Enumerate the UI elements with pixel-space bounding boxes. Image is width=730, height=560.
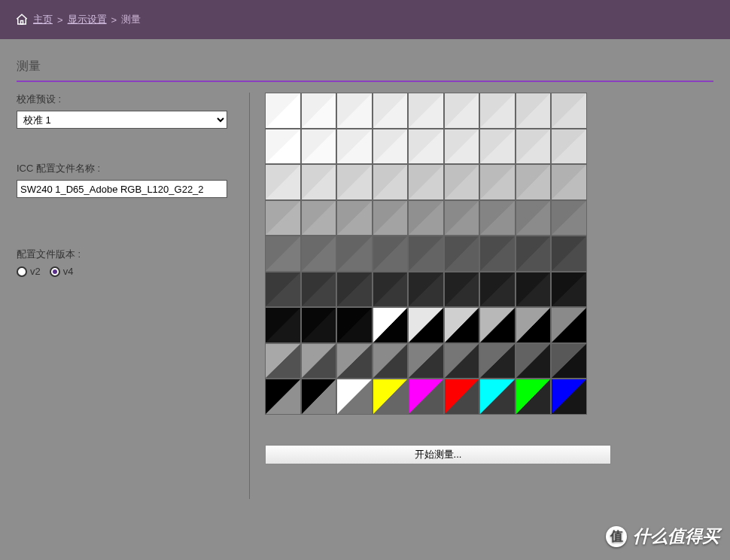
- icc-filename-input[interactable]: [17, 180, 227, 198]
- swatch-cell: [408, 129, 444, 165]
- swatch-cell: [444, 272, 480, 308]
- swatch-cell: [408, 164, 444, 200]
- swatch-cell: [265, 129, 301, 165]
- swatch-cell: [516, 236, 552, 272]
- swatch-cell: [516, 379, 552, 415]
- settings-panel: 校准预设 : 校准 1 ICC 配置文件名称 : 配置文件版本 : v2 v4: [17, 93, 250, 499]
- preview-panel: 开始测量...: [250, 93, 713, 499]
- preset-label: 校准预设 :: [17, 93, 234, 106]
- swatch-cell: [551, 379, 587, 415]
- swatch-cell: [444, 200, 480, 236]
- swatch-cell: [516, 93, 552, 129]
- swatch-cell: [444, 164, 480, 200]
- swatch-cell: [551, 93, 587, 129]
- breadcrumb-current: 测量: [121, 13, 141, 26]
- swatch-cell: [373, 343, 409, 379]
- breadcrumb-home[interactable]: 主页: [33, 13, 53, 26]
- swatch-cell: [336, 236, 373, 272]
- color-swatch-grid: [265, 93, 587, 415]
- swatch-cell: [444, 307, 480, 343]
- swatch-cell: [444, 93, 480, 129]
- swatch-cell: [444, 343, 480, 379]
- swatch-cell: [479, 307, 516, 343]
- swatch-cell: [265, 236, 301, 272]
- home-icon[interactable]: [15, 13, 29, 26]
- watermark: 值 什么值得买: [606, 525, 719, 548]
- swatch-cell: [408, 236, 444, 272]
- swatch-cell: [516, 129, 552, 165]
- swatch-cell: [516, 164, 552, 200]
- swatch-cell: [301, 200, 337, 236]
- swatch-cell: [551, 129, 587, 165]
- swatch-cell: [265, 307, 301, 343]
- swatch-cell: [336, 307, 373, 343]
- swatch-cell: [444, 379, 480, 415]
- version-radio-v4[interactable]: v4: [50, 266, 74, 277]
- preset-select[interactable]: 校准 1: [17, 111, 227, 129]
- breadcrumb-bar: 主页 > 显示设置 > 测量: [0, 0, 730, 39]
- swatch-cell: [479, 129, 516, 165]
- version-label: 配置文件版本 :: [17, 248, 234, 261]
- swatch-cell: [336, 129, 373, 165]
- swatch-cell: [265, 93, 301, 129]
- watermark-text: 什么值得买: [633, 525, 719, 548]
- swatch-cell: [373, 236, 409, 272]
- swatch-cell: [408, 379, 444, 415]
- swatch-cell: [301, 307, 337, 343]
- swatch-cell: [373, 272, 409, 308]
- swatch-cell: [551, 200, 587, 236]
- swatch-cell: [444, 236, 480, 272]
- swatch-cell: [336, 200, 373, 236]
- swatch-cell: [408, 272, 444, 308]
- swatch-cell: [336, 272, 373, 308]
- icc-label: ICC 配置文件名称 :: [17, 162, 234, 175]
- swatch-cell: [265, 200, 301, 236]
- swatch-cell: [408, 93, 444, 129]
- swatch-cell: [551, 343, 587, 379]
- swatch-cell: [301, 236, 337, 272]
- swatch-cell: [373, 307, 409, 343]
- swatch-cell: [408, 200, 444, 236]
- swatch-cell: [373, 200, 409, 236]
- swatch-cell: [408, 343, 444, 379]
- swatch-cell: [479, 93, 516, 129]
- swatch-cell: [301, 379, 337, 415]
- swatch-cell: [551, 236, 587, 272]
- breadcrumb-display-settings[interactable]: 显示设置: [68, 13, 107, 26]
- version-radio-v2[interactable]: v2: [17, 266, 41, 277]
- swatch-cell: [516, 272, 552, 308]
- breadcrumb-sep: >: [57, 14, 63, 26]
- start-measurement-button[interactable]: 开始测量...: [265, 445, 611, 464]
- swatch-cell: [373, 129, 409, 165]
- swatch-cell: [265, 272, 301, 308]
- swatch-cell: [373, 93, 409, 129]
- swatch-cell: [301, 93, 337, 129]
- swatch-cell: [336, 343, 373, 379]
- swatch-cell: [479, 343, 516, 379]
- swatch-cell: [479, 236, 516, 272]
- swatch-cell: [373, 379, 409, 415]
- watermark-badge-icon: 值: [606, 526, 627, 547]
- swatch-cell: [265, 164, 301, 200]
- swatch-cell: [551, 164, 587, 200]
- swatch-cell: [265, 343, 301, 379]
- swatch-cell: [336, 379, 373, 415]
- swatch-cell: [301, 164, 337, 200]
- swatch-cell: [551, 307, 587, 343]
- swatch-cell: [516, 343, 552, 379]
- page-title: 测量: [17, 51, 713, 82]
- swatch-cell: [516, 307, 552, 343]
- swatch-cell: [408, 307, 444, 343]
- svg-rect-0: [21, 21, 23, 25]
- swatch-cell: [479, 379, 516, 415]
- swatch-cell: [551, 272, 587, 308]
- swatch-cell: [479, 272, 516, 308]
- swatch-cell: [479, 164, 516, 200]
- breadcrumb-sep: >: [111, 14, 117, 26]
- swatch-cell: [265, 379, 301, 415]
- swatch-cell: [336, 93, 373, 129]
- swatch-cell: [301, 272, 337, 308]
- swatch-cell: [301, 343, 337, 379]
- swatch-cell: [301, 129, 337, 165]
- swatch-cell: [336, 164, 373, 200]
